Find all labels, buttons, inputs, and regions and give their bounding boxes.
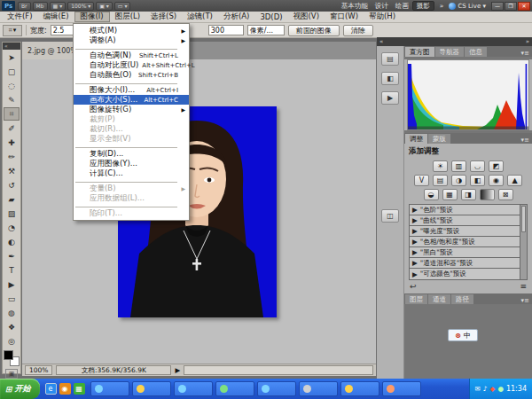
menu-analysis[interactable]: 分析(A) bbox=[218, 12, 254, 22]
menu-item-canvas-size[interactable]: 画布大小(S)... Alt+Ctrl+C bbox=[74, 95, 189, 105]
menu-window[interactable]: 窗口(W) bbox=[325, 12, 364, 22]
menu-item-adjustments[interactable]: 调整(A) ▶ bbox=[74, 35, 189, 45]
preset-selective-color[interactable]: ▶ "可选颜色"预设 bbox=[410, 269, 520, 279]
menu-item[interactable] bbox=[75, 145, 187, 148]
menu-view[interactable]: 视图(V) bbox=[288, 12, 325, 22]
tab-info[interactable]: 信息 bbox=[465, 47, 487, 57]
tab-layers[interactable]: 图层 bbox=[405, 294, 427, 304]
dodge-tool[interactable]: ◐ bbox=[4, 235, 20, 248]
history-brush-tool[interactable]: ↺ bbox=[4, 178, 20, 192]
clear-button[interactable]: 清除 bbox=[343, 25, 373, 36]
mini-bridge-icon[interactable]: Mb bbox=[33, 2, 48, 11]
quick-selection-tool[interactable]: ✎ bbox=[4, 93, 20, 106]
lasso-tool[interactable]: ◌ bbox=[4, 79, 20, 92]
path-selection-tool[interactable]: ▶ bbox=[4, 278, 20, 291]
zoom-level-dropdown[interactable]: 100% ▾ bbox=[67, 2, 94, 11]
marquee-tool[interactable]: ▢ bbox=[4, 65, 20, 78]
expand-dock-icon[interactable]: » bbox=[526, 38, 529, 45]
menu-item-calculations[interactable]: 计算(C)... bbox=[74, 168, 189, 178]
menu-item-mode[interactable]: 模式(M) ▶ bbox=[74, 26, 189, 35]
menu-item-crop[interactable]: 裁剪(P) bbox=[74, 114, 189, 124]
channel-mixer-icon[interactable]: ▲ bbox=[507, 175, 522, 186]
photo-filter-icon[interactable]: ◉ bbox=[489, 175, 504, 186]
workspace-design[interactable]: 设计 bbox=[372, 1, 392, 11]
menu-item-duplicate[interactable]: 复制(D)... bbox=[74, 149, 189, 159]
vibrance-icon[interactable]: V bbox=[414, 175, 429, 186]
screen-mode-icon[interactable]: ▭ ▾ bbox=[114, 2, 131, 11]
expanded-view-icon[interactable]: ≡ bbox=[520, 282, 527, 291]
preset-levels[interactable]: ▶ "色阶"预设 bbox=[410, 205, 520, 215]
preset-black-white[interactable]: ▶ "黑白"预设 bbox=[410, 247, 520, 258]
task-button-4[interactable] bbox=[215, 381, 254, 396]
menu-item[interactable] bbox=[75, 81, 187, 84]
task-button-7[interactable] bbox=[340, 381, 379, 396]
close-button[interactable]: ✕ bbox=[518, 2, 530, 11]
arrange-documents-icon[interactable]: ▣ ▾ bbox=[96, 2, 113, 11]
front-image-button[interactable]: 前面的图像 bbox=[288, 25, 340, 36]
start-button[interactable]: ⊞ 开始 bbox=[0, 379, 40, 399]
threshold-icon[interactable]: ◨ bbox=[461, 189, 476, 200]
task-button-8[interactable] bbox=[382, 381, 421, 396]
panel-menu-icon[interactable]: ▾≡ bbox=[521, 137, 531, 144]
selective-color-icon[interactable]: ⊠ bbox=[498, 189, 513, 200]
tab-histogram[interactable]: 直方图 bbox=[405, 47, 434, 57]
menu-item-trim[interactable]: 裁切(R)... bbox=[74, 124, 189, 134]
collapsed-panel-icon-3[interactable]: ▶ bbox=[381, 91, 399, 105]
menu-item-apply-image[interactable]: 应用图像(Y)... bbox=[74, 159, 189, 168]
panel-menu-icon[interactable]: ▾≡ bbox=[521, 297, 531, 304]
minimize-button[interactable]: — bbox=[491, 2, 504, 11]
menu-edit[interactable]: 编辑(E) bbox=[38, 12, 74, 22]
presets-scrollbar[interactable] bbox=[520, 205, 527, 279]
return-to-adjustment-list-icon[interactable]: ↩ bbox=[410, 282, 417, 291]
quick-mask-button[interactable]: ▣ bbox=[5, 369, 18, 379]
workspace-essentials[interactable]: 基本功能 bbox=[338, 1, 372, 11]
task-button-5[interactable] bbox=[257, 381, 296, 396]
type-tool[interactable]: T bbox=[4, 263, 20, 277]
menu-item-auto-contrast[interactable]: 自动对比度(U) Alt+Shift+Ctrl+L bbox=[74, 60, 189, 70]
menu-item-variables[interactable]: 变量(B) ▶ bbox=[74, 184, 189, 193]
crop-tool[interactable]: ⌗ bbox=[4, 107, 20, 121]
tray-icon-2[interactable]: ♪ bbox=[483, 385, 488, 393]
menu-item[interactable] bbox=[75, 179, 187, 183]
brush-tool[interactable]: ✏ bbox=[4, 150, 20, 163]
collapsed-panel-icon-1[interactable]: ▤ bbox=[381, 52, 399, 66]
clone-stamp-tool[interactable]: ⚒ bbox=[4, 164, 20, 177]
eyedropper-tool[interactable]: ✐ bbox=[4, 121, 20, 135]
task-button-1[interactable] bbox=[90, 381, 129, 396]
tray-icon-3[interactable]: ◆ bbox=[490, 385, 496, 393]
black-white-icon[interactable]: ◧ bbox=[470, 175, 485, 186]
hue-saturation-icon[interactable]: ▤ bbox=[433, 175, 448, 186]
collapsed-panel-icon-4[interactable]: ◫ bbox=[381, 209, 399, 223]
zoom-tool[interactable]: ◎ bbox=[4, 334, 20, 348]
workspace-overflow-button[interactable]: » bbox=[436, 1, 448, 11]
preset-channel-mixer[interactable]: ▶ "通道混和器"预设 bbox=[410, 258, 520, 269]
eraser-tool[interactable]: ▰ bbox=[4, 192, 20, 206]
tray-icon-4[interactable]: ● bbox=[497, 385, 504, 393]
menu-item-image-size[interactable]: 图像大小(I)... Alt+Ctrl+I bbox=[74, 85, 189, 95]
restore-button[interactable]: ❐ bbox=[505, 2, 517, 11]
view-extras-icon[interactable]: ▦ ▾ bbox=[50, 2, 66, 11]
collapse-dock-icon[interactable]: « bbox=[379, 38, 383, 45]
menu-item-image-rotation[interactable]: 图像旋转(G) ▶ bbox=[74, 105, 189, 114]
menu-3d[interactable]: 3D(D) bbox=[254, 12, 287, 22]
menu-filter[interactable]: 滤镜(T) bbox=[182, 12, 218, 22]
menu-image[interactable]: 图像(I) bbox=[74, 12, 110, 22]
zoom-level-field[interactable]: 100% bbox=[25, 365, 52, 375]
posterize-icon[interactable]: ▦ bbox=[442, 189, 458, 200]
curves-icon[interactable]: ◡ bbox=[470, 160, 485, 172]
collapsed-panel-icon-2[interactable]: ◧ bbox=[381, 72, 399, 85]
rectangle-tool[interactable]: ▭ bbox=[4, 292, 20, 305]
menu-file[interactable]: 文件(F) bbox=[2, 12, 38, 22]
invert-icon[interactable]: ◒ bbox=[424, 189, 439, 200]
task-button-3[interactable] bbox=[174, 381, 213, 396]
menu-help[interactable]: 帮助(H) bbox=[364, 12, 401, 22]
task-button-6[interactable] bbox=[299, 381, 338, 396]
brightness-contrast-icon[interactable]: ☀ bbox=[433, 160, 448, 172]
menu-select[interactable]: 选择(S) bbox=[145, 12, 182, 22]
panel-menu-icon[interactable]: ▾≡ bbox=[521, 50, 531, 57]
ime-indicator[interactable]: ⊗ 中 bbox=[448, 329, 478, 341]
crop-tool-preset-button[interactable]: ⌗ ▾ bbox=[3, 25, 22, 36]
gradient-map-icon[interactable] bbox=[480, 189, 495, 200]
tab-paths[interactable]: 路径 bbox=[451, 294, 473, 304]
menu-item-reveal-all[interactable]: 显示全部(V) bbox=[74, 134, 189, 144]
